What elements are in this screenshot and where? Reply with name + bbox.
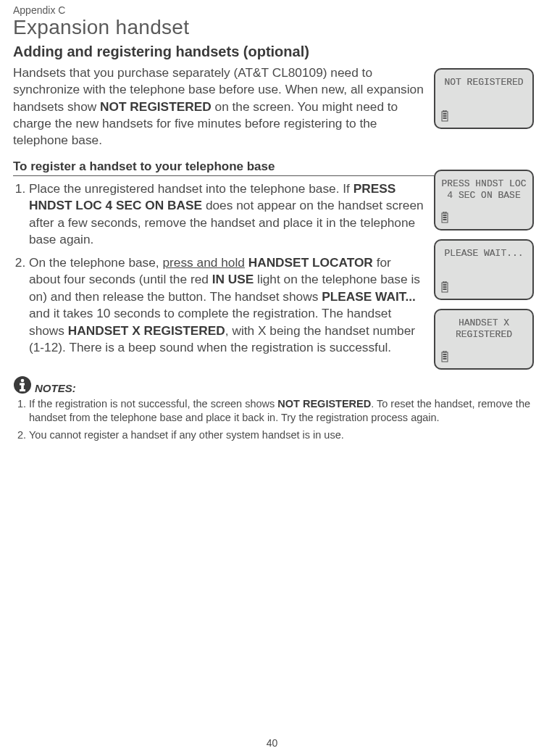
step2-bold4: HANDSET X REGISTERED: [68, 323, 225, 338]
lcd-text: PLEASE WAIT...: [438, 248, 530, 259]
svg-rect-13: [443, 217, 447, 218]
lcd-screen-not-registered: NOT REGISTERED: [434, 68, 534, 129]
info-icon: [13, 375, 32, 394]
svg-rect-17: [443, 284, 447, 286]
step-2: On the telephone base, press and hold HA…: [29, 254, 424, 357]
svg-rect-8: [443, 115, 447, 117]
lcd-screen-please-wait: PLEASE WAIT...: [434, 239, 534, 300]
note-1: If the registration is not successful, t…: [29, 397, 532, 425]
chapter-title: Expansion handset: [13, 16, 532, 39]
notes-label: NOTES:: [35, 382, 76, 394]
svg-rect-9: [443, 117, 447, 119]
step2-bold2: IN USE: [212, 272, 254, 286]
svg-rect-23: [443, 356, 447, 357]
svg-rect-7: [443, 113, 447, 115]
lcd-screen-registered: HANDSET X REGISTERED: [434, 309, 534, 370]
lcd-text-line1: PRESS HNDST LOC: [438, 178, 530, 190]
svg-rect-24: [443, 358, 447, 360]
step2-a: On the telephone base,: [29, 255, 162, 270]
step2-bold3: PLEASE WAIT...: [322, 289, 416, 304]
step2-bold1: HANDSET LOCATOR: [248, 255, 373, 270]
intro-bold: NOT REGISTERED: [100, 99, 212, 114]
svg-rect-4: [20, 389, 25, 391]
svg-rect-22: [443, 354, 447, 355]
battery-icon: [441, 212, 448, 223]
lcd-text-line2: REGISTERED: [438, 329, 530, 341]
step-1: Place the unregistered handset into the …: [29, 180, 424, 249]
svg-rect-19: [443, 288, 447, 290]
lcd-text-line1: HANDSET X: [438, 317, 530, 329]
lcd-screen-press-hndst: PRESS HNDST LOC 4 SEC ON BASE: [434, 170, 534, 230]
battery-icon: [441, 351, 448, 362]
lcd-text: NOT REGISTERED: [438, 77, 530, 88]
note1-a: If the registration is not successful, t…: [29, 398, 277, 410]
svg-rect-14: [443, 219, 447, 220]
battery-icon: [441, 281, 448, 293]
notes-list: If the registration is not successful, t…: [13, 397, 532, 443]
page-number: 40: [0, 737, 544, 749]
svg-rect-18: [443, 286, 447, 288]
notes-header: NOTES:: [13, 375, 532, 394]
appendix-label: Appendix C: [13, 4, 532, 16]
svg-point-1: [21, 379, 25, 383]
battery-icon: [441, 110, 448, 122]
svg-rect-12: [443, 215, 447, 216]
note1-b: NOT REGISTERED: [277, 398, 371, 410]
lcd-text-line2: 4 SEC ON BASE: [438, 190, 530, 202]
step1-a: Place the unregistered handset into the …: [29, 181, 353, 196]
section-title: Adding and registering handsets (optiona…: [13, 43, 532, 60]
step2-underline: press and hold: [162, 255, 244, 270]
note-2: You cannot register a handset if any oth…: [29, 428, 532, 443]
